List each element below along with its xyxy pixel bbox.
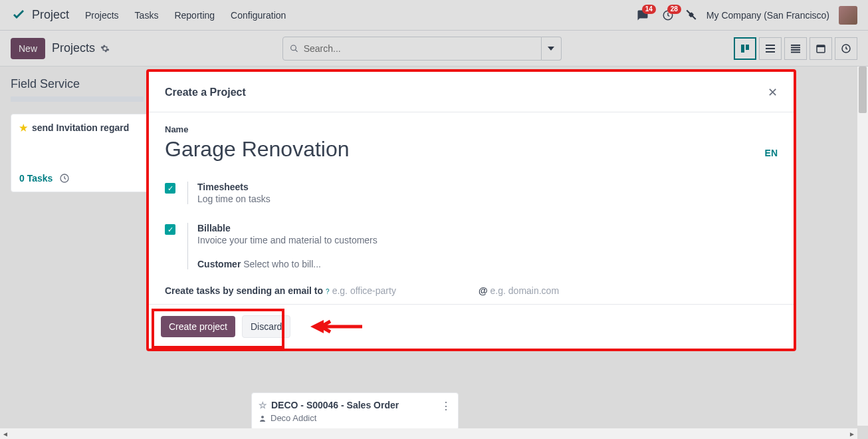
- search-input[interactable]: [304, 43, 534, 54]
- modal-title: Create a Project: [165, 86, 246, 98]
- customer-label: Customer: [197, 259, 241, 269]
- name-row: EN: [165, 136, 778, 163]
- search-box[interactable]: [282, 37, 542, 61]
- search-wrap: [282, 37, 562, 61]
- task-card[interactable]: ☆ DECO - S00046 - Sales Order Deco Addic…: [251, 392, 459, 430]
- card-title: send Invitation regard: [32, 122, 129, 133]
- name-label: Name: [165, 124, 778, 134]
- close-icon[interactable]: ✕: [768, 85, 778, 100]
- modal-body: Name EN ✓ Timesheets Log time on tasks ✓…: [149, 112, 794, 304]
- modal-header: Create a Project ✕: [149, 72, 794, 112]
- svg-rect-2: [741, 45, 744, 53]
- scroll-right-icon[interactable]: ►: [847, 430, 857, 438]
- horizontal-scrollbar[interactable]: ◄ ►: [0, 428, 857, 439]
- view-switcher: [734, 37, 857, 60]
- customer-row[interactable]: Customer Select who to bill...: [197, 259, 378, 269]
- view-activity[interactable]: [835, 37, 857, 60]
- help-icon[interactable]: ?: [326, 288, 330, 295]
- svg-rect-12: [817, 45, 825, 47]
- star-icon[interactable]: ★: [19, 122, 28, 133]
- email-at: @: [479, 285, 488, 296]
- user-avatar[interactable]: [839, 6, 857, 25]
- new-button[interactable]: New: [11, 38, 45, 59]
- create-project-modal: Create a Project ✕ Name EN ✓ Timesheets …: [146, 69, 796, 351]
- create-project-button[interactable]: Create project: [161, 316, 235, 337]
- star-outline-icon[interactable]: ☆: [259, 400, 267, 410]
- scroll-left-icon[interactable]: ◄: [0, 430, 11, 438]
- option-billable: ✓ Billable Invoice your time and materia…: [165, 223, 778, 269]
- clock-icon[interactable]: [59, 173, 70, 184]
- modal-footer: Create project Discard: [149, 304, 794, 349]
- control-panel: New Projects: [0, 31, 868, 67]
- email-alias-input[interactable]: e.g. office-party: [332, 285, 396, 296]
- option-timesheets-body: Timesheets Log time on tasks: [187, 182, 271, 204]
- task-customer: Deco Addict: [271, 413, 316, 423]
- person-icon: [259, 414, 267, 422]
- messages-icon[interactable]: 14: [635, 7, 651, 23]
- nav-projects[interactable]: Projects: [85, 10, 119, 21]
- app-title[interactable]: Project: [32, 8, 69, 22]
- email-prefix: Create tasks by sending an email to: [165, 285, 323, 296]
- timesheets-desc: Log time on tasks: [197, 194, 271, 204]
- svg-rect-4: [766, 45, 775, 46]
- svg-rect-8: [791, 47, 800, 48]
- language-toggle[interactable]: EN: [765, 148, 778, 158]
- timesheets-title: Timesheets: [197, 182, 271, 192]
- option-billable-body: Billable Invoice your time and material …: [187, 223, 378, 269]
- view-kanban[interactable]: [734, 37, 756, 60]
- svg-rect-7: [791, 45, 800, 46]
- nav-reporting[interactable]: Reporting: [174, 10, 215, 21]
- billable-desc: Invoice your time and material to custom…: [197, 235, 378, 245]
- messages-badge: 14: [642, 5, 656, 14]
- option-timesheets: ✓ Timesheets Log time on tasks: [165, 182, 778, 204]
- checkbox-timesheets[interactable]: ✓: [165, 183, 175, 194]
- nav-configuration[interactable]: Configuration: [231, 10, 286, 21]
- svg-rect-9: [791, 49, 800, 51]
- kebab-icon[interactable]: ⋮: [441, 400, 451, 412]
- vertical-scrollbar[interactable]: [857, 67, 868, 426]
- email-domain-input[interactable]: e.g. domain.com: [490, 285, 560, 296]
- nav-tasks[interactable]: Tasks: [135, 10, 159, 21]
- svg-point-15: [261, 416, 264, 418]
- search-options-toggle[interactable]: [542, 37, 562, 61]
- progress-bar: [11, 96, 144, 102]
- breadcrumb: Projects: [52, 41, 95, 55]
- view-list[interactable]: [759, 37, 782, 60]
- scrollbar-thumb[interactable]: [859, 67, 867, 113]
- search-icon: [290, 44, 298, 53]
- task-title: DECO - S00046 - Sales Order: [271, 400, 399, 410]
- task-title-row: ☆ DECO - S00046 - Sales Order: [259, 400, 451, 410]
- project-name-input[interactable]: [165, 136, 590, 163]
- svg-rect-10: [791, 51, 800, 53]
- view-list2[interactable]: [784, 37, 807, 60]
- activities-badge: 28: [667, 5, 681, 14]
- tools-icon[interactable]: [685, 9, 697, 21]
- project-app-icon: [11, 7, 27, 23]
- activities-icon[interactable]: 28: [660, 7, 676, 23]
- task-customer-row: Deco Addict: [259, 413, 451, 423]
- billable-title: Billable: [197, 223, 378, 233]
- scroll-track[interactable]: [11, 428, 847, 439]
- checkbox-billable[interactable]: ✓: [165, 224, 175, 235]
- svg-rect-5: [766, 48, 775, 49]
- top-nav: Project Projects Tasks Reporting Configu…: [0, 0, 868, 31]
- customer-placeholder: Select who to bill...: [243, 259, 321, 269]
- company-selector[interactable]: My Company (San Francisco): [706, 10, 829, 21]
- svg-rect-6: [766, 51, 775, 53]
- caret-down-icon: [548, 45, 554, 52]
- view-calendar[interactable]: [810, 37, 832, 60]
- svg-point-1: [290, 45, 296, 51]
- topnav-right: 14 28 My Company (San Francisco): [635, 6, 857, 25]
- tasks-count[interactable]: 0 Tasks: [19, 173, 53, 184]
- annotation-arrow-icon: [309, 319, 362, 335]
- email-alias-row: Create tasks by sending an email to ? e.…: [165, 285, 778, 296]
- discard-button[interactable]: Discard: [242, 315, 290, 338]
- nav-links: Projects Tasks Reporting Configuration: [85, 10, 286, 21]
- svg-rect-3: [746, 45, 749, 50]
- gear-icon[interactable]: [100, 44, 110, 53]
